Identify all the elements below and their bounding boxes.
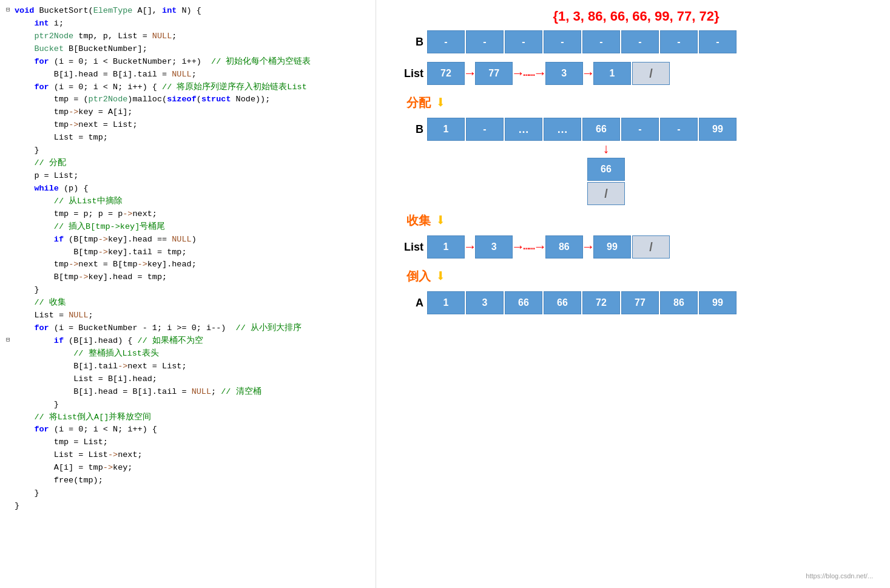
dots-arrow: ……→ (523, 66, 544, 81)
collect-arrow: 收集 ⬇ (406, 210, 878, 231)
a-label: A (394, 297, 423, 309)
code-line: tmp = (ptr2Node)malloc(sizeof(struct Nod… (6, 93, 369, 106)
array-box: 99 (699, 291, 737, 314)
pour-down-icon: ⬇ (436, 266, 446, 286)
array-box: 72 (427, 62, 465, 85)
viz-panel: {1, 3, 86, 66, 66, 99, 77, 72} B -------… (376, 0, 890, 588)
array-box: - (466, 118, 504, 141)
list-collected-array: 1→3→……→86→99/ (427, 235, 670, 259)
code-line: B[i].head = B[i].tail = NULL; // 清空桶 (6, 386, 369, 399)
chain-arrow-down: ↓ (587, 143, 625, 157)
array-box: - (582, 30, 620, 53)
code-line: tmp->key = A[i]; (6, 106, 369, 119)
distribute-arrow: 分配 ⬇ (406, 92, 878, 113)
code-line: for (i = BucketNumber - 1; i >= 0; i--) … (6, 322, 369, 335)
code-line: List = B[i].head; (6, 373, 369, 386)
code-line: } (6, 399, 369, 411)
code-line: ⊟void BucketSort(ElemType A[], int N) { (6, 5, 369, 18)
collect-label: 收集 (406, 212, 431, 229)
array-box: - (621, 30, 659, 53)
array-box: / (632, 62, 670, 85)
code-line: ⊟ if (B[i].head) { // 如果桶不为空 (6, 335, 369, 348)
code-line: ptr2Node tmp, p, List = NULL; (6, 30, 369, 43)
title: {1, 3, 86, 66, 66, 99, 77, 72} (394, 8, 878, 24)
array-box: - (466, 30, 504, 53)
code-line: if (B[tmp->key].head == NULL) (6, 234, 369, 246)
code-line: // 将List倒入A[]并释放空间 (6, 411, 369, 424)
code-line: B[tmp->key].head = tmp; (6, 271, 369, 284)
bucket-detail: ↓ 66 / (587, 143, 878, 205)
arrow-icon: → (466, 66, 474, 81)
code-panel: ⊟void BucketSort(ElemType A[], int N) { … (0, 0, 376, 588)
code-line: tmp->next = List; (6, 119, 369, 132)
distribute-down-icon: ⬇ (436, 92, 446, 113)
code-line: } (6, 487, 369, 500)
b-label-2: B (394, 123, 423, 136)
code-line: while (p) { (6, 183, 369, 195)
code-line: } (6, 284, 369, 297)
array-box: 1 (427, 118, 465, 141)
array-box: … (544, 118, 581, 141)
code-line: B[i].tail->next = List; (6, 360, 369, 373)
array-box: - (621, 118, 659, 141)
list-initial-row: List 72→77→……→3→1/ (394, 62, 878, 85)
array-box: 77 (475, 62, 513, 85)
code-line: List = tmp; (6, 132, 369, 144)
array-box: / (632, 235, 670, 259)
pour-arrow: 倒入 ⬇ (406, 266, 878, 286)
b-empty-row: B -------- (394, 30, 878, 53)
code-line: // 整桶插入List表头 (6, 348, 369, 360)
watermark: https://blog.csdn.net/... (806, 572, 873, 580)
b-label: B (394, 36, 423, 49)
array-box: 1 (427, 291, 465, 314)
code-line: List = NULL; (6, 309, 369, 322)
array-box: 66 (582, 118, 620, 141)
code-line: } (6, 500, 369, 513)
code-line: tmp = List; (6, 436, 369, 449)
array-box: - (427, 30, 465, 53)
code-line: for (i = 0; i < N; i++) { (6, 424, 369, 436)
arrow-icon: → (514, 240, 522, 255)
code-line: int i; (6, 18, 369, 30)
code-line: } (6, 144, 369, 157)
arrow-icon: → (514, 66, 522, 81)
bucket-slash: / (587, 182, 625, 205)
code-line: tmp = p; p = p->next; (6, 208, 369, 221)
array-box: 99 (699, 118, 737, 141)
pour-label: 倒入 (406, 268, 431, 285)
array-box: 3 (466, 291, 504, 314)
code-line: // 收集 (6, 297, 369, 309)
array-box: 86 (660, 291, 698, 314)
array-box: 72 (582, 291, 620, 314)
array-box: 77 (621, 291, 659, 314)
arrow-icon: → (584, 66, 592, 81)
array-box: 99 (593, 235, 631, 259)
array-box: 66 (505, 291, 542, 314)
code-line: Bucket B[BucketNumber]; (6, 43, 369, 56)
array-box: 86 (545, 235, 583, 259)
code-line: List = List->next; (6, 449, 369, 462)
code-line: A[i] = tmp->key; (6, 462, 369, 475)
array-box: - (660, 30, 698, 53)
code-line: free(tmp); (6, 475, 369, 487)
arrow-icon: → (584, 240, 592, 255)
b-empty-array: -------- (427, 30, 737, 53)
code-line: // 从List中摘除 (6, 195, 369, 208)
array-box: 1 (427, 235, 465, 259)
a-final-row: A 13666672778699 (394, 291, 878, 314)
list-label-2: List (394, 241, 423, 254)
code-line: p = List; (6, 170, 369, 183)
dots-arrow: ……→ (523, 240, 544, 255)
code-line: B[i].head = B[i].tail = NULL; (6, 69, 369, 81)
array-box: … (505, 118, 542, 141)
code-line: // 分配 (6, 157, 369, 170)
list-collected-row: List 1→3→……→86→99/ (394, 235, 878, 259)
code-line: tmp->next = B[tmp->key].head; (6, 259, 369, 271)
array-box: - (544, 30, 581, 53)
list-initial-array: 72→77→……→3→1/ (427, 62, 670, 85)
code-line: for (i = 0; i < BucketNumber; i++) // 初始… (6, 56, 369, 69)
array-box: - (699, 30, 737, 53)
array-box: 3 (545, 62, 583, 85)
bucket-66: 66 (587, 158, 625, 181)
code-line: B[tmp->key].tail = tmp; (6, 246, 369, 259)
